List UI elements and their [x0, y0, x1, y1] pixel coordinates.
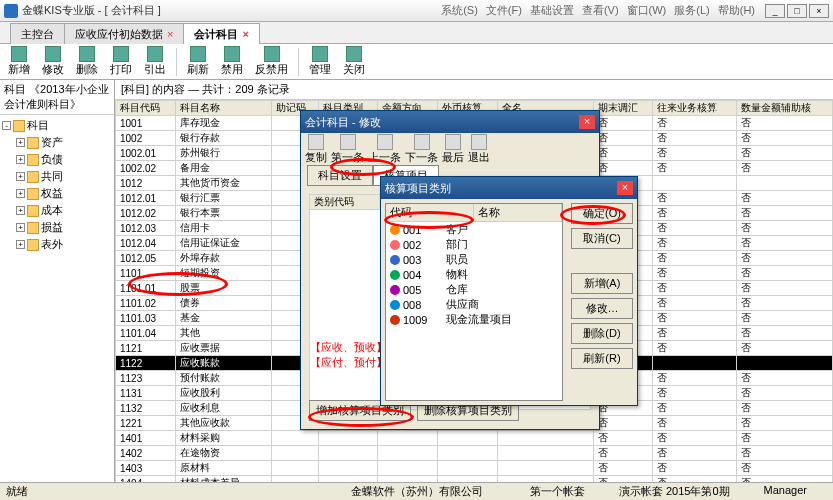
folder-icon [27, 205, 39, 217]
category-item[interactable]: 1009现金流量项目 [386, 312, 562, 327]
close-button[interactable]: × [809, 4, 829, 18]
category-icon [390, 300, 400, 310]
tab-close-icon[interactable]: × [242, 28, 248, 40]
toolbar-刷新[interactable]: 刷新 [183, 44, 213, 79]
dialog-toolbar-btn[interactable]: 下一条 [405, 134, 438, 165]
category-icon [390, 225, 400, 235]
category-item[interactable]: 001客户 [386, 222, 562, 237]
toolbar-打印[interactable]: 打印 [106, 44, 136, 79]
toolbar-关闭[interactable]: 关闭 [339, 44, 369, 79]
dialog-toolbar-btn[interactable]: 第一条 [331, 134, 364, 165]
col-code: 代码 [386, 204, 474, 221]
category-icon [390, 240, 400, 250]
tree-expand-icon[interactable]: + [16, 172, 25, 181]
folder-icon [27, 171, 39, 183]
tree-item[interactable]: +损益 [2, 219, 112, 236]
menu-item[interactable]: 基础设置 [530, 3, 574, 18]
dialog1-title: 会计科目 - 修改 [305, 115, 381, 130]
toolbar-新增[interactable]: 新增 [4, 44, 34, 79]
category-item[interactable]: 005仓库 [386, 282, 562, 297]
dialog-toolbar-btn[interactable]: 上一条 [368, 134, 401, 165]
tree-expand-icon[interactable]: + [16, 189, 25, 198]
status-left: 就绪 [6, 484, 28, 499]
menu-item[interactable]: 文件(F) [486, 3, 522, 18]
tree-item[interactable]: -科目 [2, 117, 112, 134]
tree-item[interactable]: +负债 [2, 151, 112, 168]
table-row[interactable]: 1403原材料否否否 [116, 461, 833, 476]
tree-expand-icon[interactable]: + [16, 223, 25, 232]
folder-icon [27, 222, 39, 234]
toolbar-删除[interactable]: 删除 [72, 44, 102, 79]
dialog-toolbar-btn[interactable]: 最后 [442, 134, 464, 165]
dialog-toolbar-btn[interactable]: 退出 [468, 134, 490, 165]
document-tab[interactable]: 主控台 [10, 23, 65, 44]
dialog2-btn-0[interactable]: 确定(O) [571, 203, 633, 224]
category-item[interactable]: 002部门 [386, 237, 562, 252]
folder-icon [27, 239, 39, 251]
toolbar-icon [264, 46, 280, 62]
category-icon [390, 285, 400, 295]
table-row[interactable]: 1401材料采购否否否 [116, 431, 833, 446]
tree-item[interactable]: +成本 [2, 202, 112, 219]
toolbar-icon [45, 46, 61, 62]
folder-icon [27, 137, 39, 149]
nav-icon [340, 134, 356, 150]
status-r2: 演示帐套 2015年第0期 [619, 484, 730, 499]
toolbar-反禁用[interactable]: 反禁用 [251, 44, 292, 79]
column-header[interactable]: 期末调汇 [593, 101, 653, 116]
tree-expand-icon[interactable]: - [2, 121, 11, 130]
column-header[interactable]: 数量金额辅助核 [736, 101, 832, 116]
toolbar-禁用[interactable]: 禁用 [217, 44, 247, 79]
toolbar-icon [113, 46, 129, 62]
menu-item[interactable]: 窗口(W) [627, 3, 667, 18]
dialog2-btn-2[interactable]: 新增(A) [571, 273, 633, 294]
category-item[interactable]: 008供应商 [386, 297, 562, 312]
menu-item[interactable]: 系统(S) [441, 3, 478, 18]
dialog-tab[interactable]: 科目设置 [307, 165, 373, 186]
dialog2-close-icon[interactable]: × [617, 181, 633, 195]
main-header: [科目] 的内容 — 共计：209 条记录 [115, 80, 833, 100]
tree-expand-icon[interactable]: + [16, 155, 25, 164]
toolbar-引出[interactable]: 引出 [140, 44, 170, 79]
tree-expand-icon[interactable]: + [16, 138, 25, 147]
document-tab[interactable]: 会计科目× [183, 23, 259, 44]
maximize-button[interactable]: □ [787, 4, 807, 18]
status-r1: 第一个帐套 [530, 484, 585, 499]
nav-icon [471, 134, 487, 150]
tree-item[interactable]: +表外 [2, 236, 112, 253]
dialog2-title: 核算项目类别 [385, 181, 451, 196]
dialog2-btn-4[interactable]: 删除(D) [571, 323, 633, 344]
menu-item[interactable]: 帮助(H) [718, 3, 755, 18]
category-icon [390, 270, 400, 280]
tree-expand-icon[interactable]: + [16, 206, 25, 215]
category-icon [390, 315, 400, 325]
column-header[interactable]: 往来业务核算 [653, 101, 737, 116]
dialog1-close-icon[interactable]: × [579, 115, 595, 129]
minimize-button[interactable]: _ [765, 4, 785, 18]
document-tab[interactable]: 应收应付初始数据× [64, 23, 184, 44]
toolbar-icon [224, 46, 240, 62]
column-header[interactable]: 科目代码 [116, 101, 176, 116]
tree-item[interactable]: +共同 [2, 168, 112, 185]
toolbar-icon [11, 46, 27, 62]
col-name: 名称 [474, 204, 562, 221]
tree-item[interactable]: +权益 [2, 185, 112, 202]
category-item[interactable]: 004物料 [386, 267, 562, 282]
table-row[interactable]: 1402在途物资否否否 [116, 446, 833, 461]
toolbar-管理[interactable]: 管理 [305, 44, 335, 79]
dialog2-btn-3[interactable]: 修改… [571, 298, 633, 319]
toolbar-修改[interactable]: 修改 [38, 44, 68, 79]
menu-item[interactable]: 查看(V) [582, 3, 619, 18]
tab-close-icon[interactable]: × [167, 28, 173, 40]
dialog2-btn-1[interactable]: 取消(C) [571, 228, 633, 249]
menu-item[interactable]: 服务(L) [674, 3, 709, 18]
column-header[interactable]: 科目名称 [175, 101, 271, 116]
nav-icon [377, 134, 393, 150]
dialog-toolbar-btn[interactable]: 复制 [305, 134, 327, 165]
dialog2-btn-5[interactable]: 刷新(R) [571, 348, 633, 369]
category-item[interactable]: 003职员 [386, 252, 562, 267]
nav-icon [414, 134, 430, 150]
tree-item[interactable]: +资产 [2, 134, 112, 151]
toolbar-icon [312, 46, 328, 62]
tree-expand-icon[interactable]: + [16, 240, 25, 249]
